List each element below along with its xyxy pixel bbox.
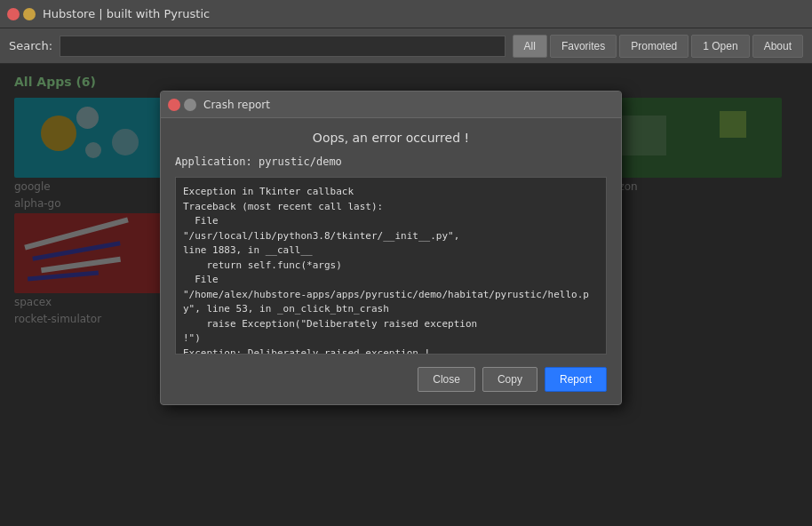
crash-dialog-title: Crash report [203,99,270,111]
close-window-button[interactable] [7,8,20,20]
crash-header-msg: Oops, an error occurred ! [175,131,607,145]
crash-min-btn[interactable] [184,99,196,111]
tab-promoted[interactable]: Promoted [619,35,689,58]
crash-title-bar: Crash report [161,92,621,118]
tab-favorites[interactable]: Favorites [550,35,617,58]
crash-traceback[interactable]: Exception in Tkinter callback Traceback … [175,177,607,355]
window-controls [7,8,36,20]
search-label: Search: [9,39,52,52]
crash-buttons: Close Copy Report [175,367,607,392]
crash-copy-button[interactable]: Copy [482,367,537,392]
main-content: All Apps (6) google microsoft [0,64,812,526]
crash-window-controls [168,99,196,111]
crash-report-button[interactable]: Report [545,367,607,392]
tab-open[interactable]: 1 Open [691,35,749,58]
window-title: Hubstore | built with Pyrustic [43,7,210,20]
title-bar: Hubstore | built with Pyrustic [0,0,812,28]
minimize-window-button[interactable] [23,8,36,20]
crash-app-label: Application: pyrustic/demo [175,155,607,168]
crash-close-btn[interactable] [168,99,180,111]
search-input[interactable] [60,36,505,57]
tab-all[interactable]: All [513,35,547,58]
crash-close-button[interactable]: Close [418,367,475,392]
crash-body: Oops, an error occurred ! Application: p… [161,118,621,404]
crash-dialog: Crash report Oops, an error occurred ! A… [160,91,622,405]
tab-group: All Favorites Promoted 1 Open About [513,35,803,58]
toolbar: Search: All Favorites Promoted 1 Open Ab… [0,28,812,64]
tab-about[interactable]: About [752,35,803,58]
